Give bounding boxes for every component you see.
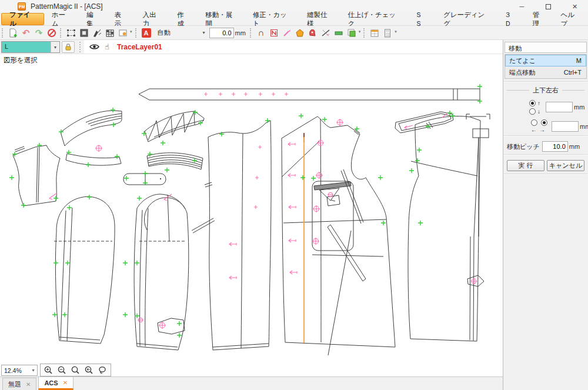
layer-visibility-button[interactable] <box>88 41 101 53</box>
cancel-button[interactable]: キャンセル <box>547 160 584 171</box>
menu-sewing-spec[interactable]: 縫製仕様 <box>299 13 340 25</box>
menu-manage[interactable]: 管理 <box>525 13 553 25</box>
zoom-in-button[interactable] <box>42 365 55 376</box>
stamp-button[interactable] <box>307 27 319 39</box>
menu-io[interactable]: 入出力 <box>135 13 170 25</box>
size-selector-value: L <box>2 42 51 52</box>
zoom-fit-button[interactable] <box>69 365 82 376</box>
tab-close-icon[interactable]: ✕ <box>63 379 68 386</box>
new-document-button[interactable] <box>7 27 19 39</box>
menu-modify-cut[interactable]: 修正・カット <box>245 13 299 25</box>
size-selector[interactable]: L ▾ <box>1 41 60 53</box>
pattern-marks <box>49 92 477 329</box>
chevron-down-icon: ▾ <box>200 30 208 35</box>
redo-icon: ↷ <box>35 28 43 38</box>
notch-button[interactable] <box>268 27 280 39</box>
redo-button[interactable]: ↷ <box>33 27 45 39</box>
unit-label: mm <box>569 143 580 150</box>
pitch-input[interactable] <box>542 141 568 152</box>
zoom-level-value: 12.4% <box>2 365 29 375</box>
maximize-icon <box>546 4 551 9</box>
zoom-out-button[interactable] <box>55 365 69 376</box>
green-layer-button[interactable] <box>346 27 358 39</box>
panel-separator <box>504 154 587 155</box>
execute-button[interactable]: 実 行 <box>507 160 544 171</box>
menu-3d[interactable]: ３Ｄ <box>497 13 525 25</box>
menu-help[interactable]: ヘルプ <box>553 13 588 25</box>
layer-bar: L ▾ ☝ TraceLayer01 <box>0 40 503 54</box>
menu-create[interactable]: 作成 <box>169 13 198 25</box>
vertical-distance-input[interactable] <box>546 102 573 112</box>
active-layer-name[interactable]: TraceLayer01 <box>117 43 162 51</box>
toolbar-grip[interactable] <box>363 28 366 38</box>
tab-acs[interactable]: ACS ✕ <box>38 376 74 390</box>
horizontal-distance-input[interactable] <box>552 121 579 132</box>
pattern-canvas[interactable]: 図形を選択 12.4% ▾ <box>0 54 503 376</box>
command-shortcut: Ctrl+T <box>564 69 582 76</box>
cancel-command-button[interactable] <box>46 27 58 39</box>
zoom-previous-button[interactable] <box>82 365 96 376</box>
toolbar-overflow[interactable]: ▾ <box>130 29 132 34</box>
region-select-icon <box>79 28 89 38</box>
lock-button[interactable] <box>62 41 75 53</box>
toolbar-grip[interactable] <box>60 28 63 38</box>
calculator-button[interactable] <box>382 27 393 39</box>
polyline-select-icon <box>92 28 102 38</box>
zoom-area-button[interactable] <box>96 365 109 376</box>
snap-button[interactable]: ∩ <box>255 27 267 39</box>
layer-select-button[interactable]: ☝ <box>101 41 113 53</box>
green-layer-icon <box>346 28 357 38</box>
menu-home[interactable]: ホーム <box>44 13 79 25</box>
green-bar-button[interactable] <box>333 27 345 39</box>
toolbar-grip[interactable] <box>2 28 5 38</box>
menu-move-expand[interactable]: 移動・展開 <box>198 13 245 25</box>
tab-untitled[interactable]: 無題 ✕ <box>2 378 36 390</box>
piece-collar-stand <box>145 111 204 142</box>
zoom-tools <box>40 364 111 376</box>
document-tab-bar: 無題 ✕ ACS ✕ <box>0 376 503 390</box>
marker-shape-button[interactable] <box>294 27 306 39</box>
menu-grading[interactable]: グレーディング <box>436 13 497 25</box>
table-window-icon <box>369 28 380 38</box>
table-window-button[interactable] <box>369 27 380 39</box>
toolbar-overflow[interactable]: ▾ <box>359 29 361 34</box>
toolbar-grip[interactable] <box>135 28 138 38</box>
radio-left[interactable] <box>531 119 537 126</box>
toolbar-overflow[interactable]: ▾ <box>395 29 397 34</box>
command-endpoint-move[interactable]: 端点移動 Ctrl+T <box>505 66 586 78</box>
radio-up[interactable] <box>529 100 536 106</box>
polyline-select-button[interactable] <box>91 27 103 39</box>
piece-strip <box>66 154 121 165</box>
command-label: たてよこ <box>509 56 536 65</box>
offset-input[interactable] <box>209 28 234 38</box>
marquee-select-button[interactable] <box>65 27 77 39</box>
zoom-in-icon <box>44 365 54 375</box>
radio-down[interactable] <box>529 108 536 115</box>
menu-finish-check[interactable]: 仕上げ・チェック <box>340 13 408 25</box>
menu-file[interactable]: ファイル <box>1 13 44 25</box>
auto-label-button[interactable]: A <box>141 27 152 39</box>
panel-buttons: 実 行 キャンセル <box>507 160 584 171</box>
undo-button[interactable]: ↶ <box>20 27 32 39</box>
tab-close-icon[interactable]: ✕ <box>26 381 31 388</box>
auto-mode-select[interactable]: 自動 ▾ <box>154 28 208 37</box>
pink-pen-button[interactable] <box>281 27 293 39</box>
undo-icon: ↶ <box>22 28 30 38</box>
green-bar-icon <box>333 28 344 38</box>
app-icon: PM <box>18 2 26 11</box>
menu-ss[interactable]: ＳＳ <box>407 13 436 25</box>
menu-view[interactable]: 表示 <box>107 13 135 25</box>
zoom-level-select[interactable]: 12.4% ▾ <box>1 365 38 376</box>
pattern-window-button[interactable] <box>117 27 129 39</box>
menu-edit[interactable]: 編集 <box>79 13 107 25</box>
grid-select-button[interactable] <box>104 27 116 39</box>
cross-lines-button[interactable] <box>320 27 332 39</box>
region-select-button[interactable] <box>78 27 90 39</box>
command-tateyoko[interactable]: たてよこ M <box>505 55 586 66</box>
lock-icon <box>64 43 72 51</box>
pitch-row: 移動ピッチ mm <box>507 141 588 152</box>
direction-group-title: 上下左右 <box>507 86 584 95</box>
radio-right[interactable] <box>541 119 547 126</box>
hand-pointer-icon: ☝ <box>105 42 109 51</box>
toolbar-grip[interactable] <box>250 28 253 38</box>
